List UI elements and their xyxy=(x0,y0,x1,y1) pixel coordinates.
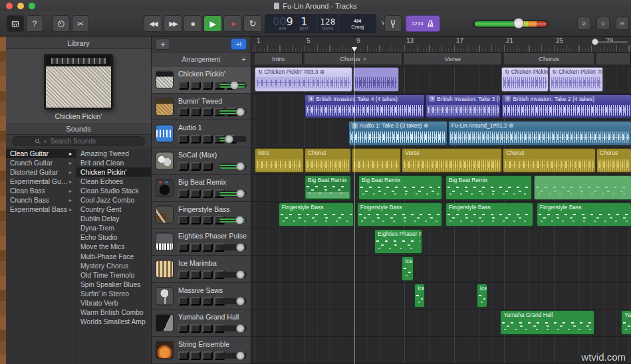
volume-slider[interactable] xyxy=(219,136,247,142)
mute-button[interactable] xyxy=(178,324,189,333)
patch-item[interactable]: Worlds Smallest Amp xyxy=(76,318,151,327)
region[interactable]: Verse xyxy=(402,148,502,173)
track-header[interactable]: Fingerstyle Bass xyxy=(152,202,251,229)
region[interactable]: Big Beat Remix xyxy=(445,175,532,200)
region[interactable]: Fingerstyle Bass xyxy=(445,203,533,227)
region[interactable]: Fingerstyle Bass xyxy=(537,203,631,227)
region[interactable]: 2British Invasion: Take 2 (4 takes) xyxy=(501,94,631,119)
patch-item[interactable]: Country Gent xyxy=(76,205,151,215)
add-track-button[interactable]: + xyxy=(156,39,170,50)
patch-item[interactable]: Cool Jazz Combo xyxy=(76,195,151,205)
track-header[interactable]: Burnin' Tweed xyxy=(152,94,251,121)
region[interactable]: Big Beat Remix xyxy=(305,175,351,200)
arrangement-section[interactable]: Verse xyxy=(404,53,503,64)
mute-button[interactable] xyxy=(178,81,189,90)
patch-item[interactable]: Mystery Chorus xyxy=(76,261,151,270)
volume-knob[interactable] xyxy=(236,351,245,360)
volume-knob[interactable] xyxy=(236,243,245,252)
mute-button[interactable] xyxy=(178,270,189,279)
track-header[interactable]: Audio 1 xyxy=(152,120,251,147)
bar-ruler[interactable]: 1591317212529 xyxy=(251,37,631,52)
solo-button[interactable] xyxy=(190,189,201,198)
solo-button[interactable] xyxy=(190,81,201,90)
category-item[interactable]: Distorted Guitar▸ xyxy=(6,167,76,177)
patch-item[interactable]: Vibrato Verb xyxy=(76,299,151,308)
region[interactable]: Ice xyxy=(477,284,487,308)
lock-button[interactable] xyxy=(202,243,213,252)
patch-item[interactable]: Echo Studio xyxy=(76,233,151,242)
master-volume-slider[interactable] xyxy=(473,20,548,28)
solo-button[interactable] xyxy=(190,351,201,360)
tuner-button[interactable] xyxy=(384,15,402,32)
patch-item[interactable]: Dyna-Trem xyxy=(76,224,151,233)
mute-button[interactable] xyxy=(178,108,189,116)
region[interactable]: ↻ Chicken Pickin' #03.12 ⊕ xyxy=(549,67,604,92)
solo-button[interactable] xyxy=(190,216,201,225)
patch-item[interactable]: Move the Mics xyxy=(76,242,151,252)
category-item[interactable]: Experimental Bass▸ xyxy=(6,205,76,215)
volume-slider[interactable] xyxy=(219,298,247,304)
region[interactable]: Fingerstyle Bass xyxy=(357,203,442,227)
volume-knob[interactable] xyxy=(236,297,245,306)
region[interactable]: Chorus xyxy=(305,148,351,173)
solo-button[interactable] xyxy=(190,135,201,143)
timeline-area[interactable]: 1591317212529 IntroChorus∨VerseChorus ↻ … xyxy=(251,37,631,364)
chevron-down-icon[interactable]: ∨ xyxy=(363,56,366,62)
region[interactable]: ↻ Chicken Pickin' # xyxy=(501,67,548,92)
region[interactable]: Chorus xyxy=(596,148,631,173)
arrangement-section[interactable]: Chorus xyxy=(504,53,595,64)
track-header[interactable]: Chicken Pickin' xyxy=(152,66,251,94)
lcd-tempo[interactable]: 128 TEMPO xyxy=(316,14,338,33)
lock-button[interactable] xyxy=(202,324,213,333)
category-item[interactable]: Crunch Guitar▸ xyxy=(6,158,76,167)
count-in-button[interactable]: 1234 xyxy=(406,15,440,32)
lcd-display[interactable]: 009 BAR 1 BEAT 128 TEMPO 4/4Cmaj ∨ xyxy=(265,14,376,33)
forward-button[interactable]: ▶▶ xyxy=(164,15,182,32)
mute-button[interactable] xyxy=(178,216,189,225)
track-header[interactable]: Big Beat Remix xyxy=(152,175,251,202)
arrangement-section[interactable]: Chorus∨ xyxy=(305,53,403,64)
region[interactable]: Ice xyxy=(402,256,414,281)
lock-button[interactable] xyxy=(202,297,213,306)
lock-button[interactable] xyxy=(202,189,213,198)
region[interactable]: 3Audio 1: Take 3 (3 takes) ⊕ xyxy=(348,121,447,145)
volume-knob[interactable] xyxy=(230,81,239,90)
category-item[interactable]: Crunch Bass▸ xyxy=(6,195,76,205)
media-browser-button[interactable] xyxy=(616,17,629,30)
region[interactable]: Fingerstyle Bass xyxy=(279,203,354,227)
region[interactable]: Eighties Phaser Pul xyxy=(374,229,422,254)
lcd-key-signature[interactable]: 4/4Cmaj ∨ xyxy=(338,14,376,33)
patch-item[interactable]: Surfin' in Stereo xyxy=(76,289,151,298)
region[interactable]: ↻ Chicken Pickin' #03.3 ⊕ xyxy=(255,67,352,92)
arrangement-section[interactable]: Intro xyxy=(255,53,303,64)
region[interactable]: 3British Invasion: Take 3 (4 takes) xyxy=(426,94,501,119)
zoom-button[interactable] xyxy=(29,3,35,9)
solo-button[interactable] xyxy=(190,324,201,333)
track-header[interactable]: SoCal (Max) xyxy=(152,147,251,175)
region[interactable]: Fu-Lin Around_1#01.2 ⊕ xyxy=(448,121,631,145)
region[interactable] xyxy=(353,67,398,92)
volume-knob[interactable] xyxy=(236,108,245,116)
patch-item[interactable]: Multi-Phase Face xyxy=(76,252,151,261)
track-header[interactable]: Massive Saws xyxy=(152,283,251,310)
search-scope-chevron-icon[interactable]: ∨ xyxy=(43,139,47,144)
playhead-marker[interactable] xyxy=(352,47,357,52)
region[interactable] xyxy=(534,175,631,200)
volume-slider[interactable] xyxy=(219,191,247,197)
patch-item[interactable]: Clean Echoes xyxy=(76,177,151,186)
volume-slider[interactable] xyxy=(219,217,247,223)
solo-button[interactable] xyxy=(190,297,201,306)
note-pad-button[interactable] xyxy=(577,17,590,30)
zoom-slider-knob[interactable] xyxy=(592,39,598,45)
loop-browser-button[interactable] xyxy=(596,17,610,30)
rewind-button[interactable]: ◀◀ xyxy=(144,15,162,32)
catch-playhead-button[interactable] xyxy=(231,39,247,50)
mute-button[interactable] xyxy=(178,243,189,252)
patch-item[interactable]: Brit and Clean xyxy=(76,158,151,167)
add-arrangement-button[interactable]: + xyxy=(242,55,246,63)
mute-button[interactable] xyxy=(178,297,189,306)
minimize-button[interactable] xyxy=(17,3,24,9)
track-header[interactable]: Eighties Phaser Pulse xyxy=(152,228,251,256)
mute-button[interactable] xyxy=(178,162,189,171)
quick-help-button[interactable]: ? xyxy=(26,15,43,32)
